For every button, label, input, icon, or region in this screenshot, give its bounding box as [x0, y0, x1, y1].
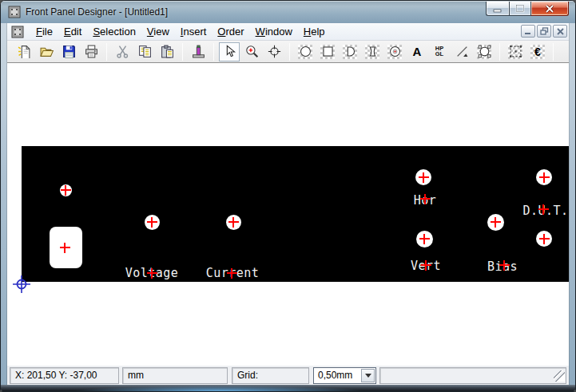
d-shape-button[interactable]: [340, 42, 360, 61]
text-button[interactable]: A: [407, 42, 427, 61]
open-button[interactable]: [36, 42, 57, 61]
circle-icon-box: [298, 45, 312, 59]
menu-item-edit[interactable]: Edit: [58, 24, 87, 40]
mdi-buttons: [521, 25, 567, 38]
anchor-cross: [419, 234, 430, 244]
front-panel-object[interactable]: VoltageCurrentHorVertBiasD.U.T.: [22, 146, 569, 282]
anchor-cross: [421, 260, 431, 271]
line-icon-box: [455, 45, 469, 59]
menu-item-selection[interactable]: Selection: [87, 24, 141, 40]
copy-button[interactable]: [134, 42, 155, 61]
rectangle-button[interactable]: [317, 42, 338, 61]
hpgl-icon-box: HPGL: [432, 45, 447, 59]
anchor-cross: [228, 217, 239, 228]
menu-bar: FileEditSelectionViewInsertOrderWindowHe…: [7, 23, 569, 41]
mdi-minimize-button[interactable]: [521, 25, 535, 38]
cut-button[interactable]: [112, 42, 133, 61]
minimize-button[interactable]: [486, 2, 509, 16]
cursor-position: X: 201,50 Y: -37,00: [10, 367, 119, 384]
print-icon-box: [84, 45, 98, 59]
zoom-icon: [245, 45, 259, 58]
mdi-document-icon[interactable]: [11, 26, 24, 38]
double-d-icon: [366, 45, 379, 58]
title-bar[interactable]: Front Panel Designer - [Untitled1]: [1, 1, 575, 23]
app-window: Front Panel Designer - [Untitled1]: [0, 0, 576, 392]
menu-item-view[interactable]: View: [141, 24, 175, 40]
grid-size-combobox[interactable]: 0,50mm: [313, 367, 376, 384]
toolbar-separator: [213, 43, 214, 61]
copy-icon: [138, 45, 152, 58]
rectangle-icon: [321, 45, 335, 58]
d-shape-icon-box: [343, 45, 357, 59]
price-button[interactable]: €: [527, 42, 548, 61]
free-contour-icon: [478, 45, 491, 58]
origin-marker-icon: [12, 275, 31, 294]
close-button[interactable]: [531, 2, 569, 16]
open-icon: [40, 45, 54, 58]
anchor-cross: [538, 204, 549, 215]
resize-grip[interactable]: [554, 370, 565, 382]
save-button[interactable]: [58, 42, 79, 61]
grid-label: Grid:: [232, 367, 309, 384]
free-contour-button[interactable]: [474, 42, 495, 61]
save-icon: [62, 45, 76, 58]
anchor-cross: [147, 268, 157, 279]
cavity-icon-box: [387, 45, 402, 59]
front-panel-button[interactable]: [188, 42, 209, 61]
save-icon-box: [62, 45, 76, 59]
front-panel-icon: [192, 45, 205, 58]
print-icon: [85, 45, 98, 58]
cut-icon: [116, 45, 129, 58]
mdi-restore-button[interactable]: [537, 25, 551, 38]
center-button[interactable]: [264, 42, 284, 61]
menu-item-insert[interactable]: Insert: [175, 24, 213, 40]
status-bar: X: 201,50 Y: -37,00 mm Grid: 0,50mm: [7, 365, 569, 385]
anchor-cross: [539, 172, 550, 183]
cavity-icon: [388, 45, 402, 58]
center-icon-box: [267, 45, 281, 59]
anchor-cross: [419, 172, 429, 183]
free-contour-icon-box: [477, 45, 491, 59]
paste-icon-box: [160, 45, 174, 59]
menu-item-file[interactable]: File: [30, 24, 58, 40]
mdi-close-button[interactable]: [553, 25, 567, 38]
chevron-down-icon[interactable]: [361, 369, 375, 382]
caption-buttons: [486, 2, 569, 16]
border-button[interactable]: [505, 42, 526, 61]
line-button[interactable]: [451, 42, 472, 61]
select-button[interactable]: [219, 42, 240, 61]
new-button[interactable]: [14, 42, 34, 61]
circle-icon: [299, 45, 312, 58]
window-title: Front Panel Designer - [Untitled1]: [26, 6, 168, 18]
menu-item-window[interactable]: Window: [250, 24, 298, 40]
line-icon: [455, 45, 469, 58]
anchor-cross: [420, 194, 431, 204]
mdi-close-icon: [557, 28, 564, 35]
circle-button[interactable]: [295, 42, 316, 61]
open-icon-box: [39, 45, 54, 59]
toolbar: AHPGL€: [7, 41, 569, 63]
select-icon-box: [222, 45, 236, 59]
zoom-button[interactable]: [241, 42, 262, 61]
mdi-minimize-icon: [524, 28, 532, 35]
maximize-button[interactable]: [509, 2, 531, 16]
toolbar-separator: [106, 43, 107, 61]
anchor-cross: [539, 234, 550, 244]
window-frame-right: [569, 23, 575, 385]
paste-button[interactable]: [157, 42, 177, 61]
units-indicator: mm: [122, 367, 228, 384]
print-button[interactable]: [81, 42, 101, 61]
hpgl-button[interactable]: HPGL: [429, 42, 450, 61]
double-d-icon-box: [365, 45, 379, 59]
cavity-button[interactable]: [384, 42, 405, 61]
grid-size-value: 0,50mm: [314, 370, 361, 381]
new-icon-box: [17, 45, 31, 59]
menu-item-help[interactable]: Help: [298, 24, 331, 40]
app-icon[interactable]: [8, 6, 21, 18]
design-canvas[interactable]: VoltageCurrentHorVertBiasD.U.T.: [7, 63, 569, 365]
status-spacer: [379, 367, 566, 384]
border-icon: [509, 45, 522, 58]
double-d-button[interactable]: [362, 42, 383, 61]
text-icon-box: A: [410, 45, 424, 59]
menu-item-order[interactable]: Order: [212, 24, 249, 40]
